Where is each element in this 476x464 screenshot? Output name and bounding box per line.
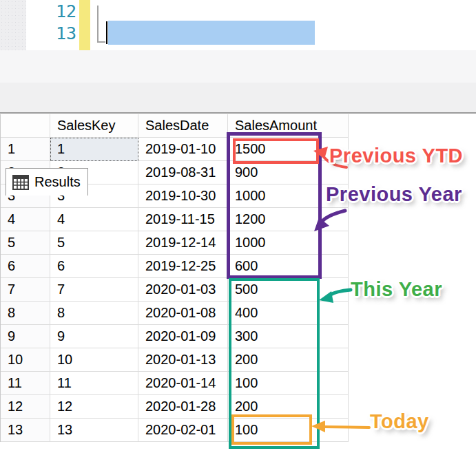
cell-salesdate[interactable]: 2019-10-30 bbox=[138, 184, 228, 208]
row-header[interactable]: 5 bbox=[1, 231, 50, 255]
cell-salesdate[interactable]: 2019-11-15 bbox=[138, 208, 228, 231]
cell-salesdate[interactable]: 2020-01-28 bbox=[138, 395, 228, 419]
breakpoint-gutter[interactable] bbox=[0, 0, 26, 50]
cell-salesamount[interactable]: 200 bbox=[228, 395, 349, 419]
cell-salesamount[interactable]: 1200 bbox=[228, 208, 349, 231]
row-header[interactable]: 7 bbox=[1, 278, 50, 302]
cell-salesamount[interactable]: 1500 bbox=[228, 138, 349, 161]
row-header[interactable]: 10 bbox=[1, 348, 50, 372]
cell-salesdate[interactable]: 2019-12-25 bbox=[138, 255, 228, 278]
cell-saleskey[interactable]: 9 bbox=[50, 325, 138, 348]
cell-saleskey[interactable]: 5 bbox=[50, 231, 138, 255]
cell-salesdate[interactable]: 2020-01-14 bbox=[138, 372, 228, 395]
line-number-13: 13 bbox=[38, 23, 76, 45]
cell-salesamount[interactable]: 1000 bbox=[228, 231, 349, 255]
cell-saleskey[interactable]: 13 bbox=[50, 419, 138, 442]
row-header[interactable]: 12 bbox=[1, 395, 50, 419]
cell-salesdate[interactable]: 2019-01-10 bbox=[138, 138, 228, 161]
cell-salesdate[interactable]: 2019-12-14 bbox=[138, 231, 228, 255]
cell-saleskey-selected[interactable]: 1 bbox=[50, 138, 138, 161]
cell-salesamount[interactable]: 600 bbox=[228, 255, 349, 278]
cell-salesamount[interactable]: 900 bbox=[228, 161, 349, 184]
row-header[interactable]: 8 bbox=[1, 302, 50, 325]
cell-salesdate[interactable]: 2020-01-13 bbox=[138, 348, 228, 372]
row-header[interactable]: 4 bbox=[1, 208, 50, 231]
tab-results[interactable]: Results bbox=[6, 168, 88, 196]
cell-saleskey[interactable]: 4 bbox=[50, 208, 138, 231]
line-number-12: 12 bbox=[38, 1, 76, 23]
row-header[interactable]: 1 bbox=[1, 138, 50, 161]
cell-salesdate[interactable]: 2020-01-09 bbox=[138, 325, 228, 348]
cell-saleskey[interactable]: 8 bbox=[50, 302, 138, 325]
cell-salesamount[interactable]: 100 bbox=[228, 419, 349, 442]
results-tabstrip: Results Messages bbox=[0, 83, 476, 113]
row-header[interactable]: 6 bbox=[1, 255, 50, 278]
editor-bottom-strip: 109 % bbox=[0, 50, 476, 83]
results-grid: SalesKey SalesDate SalesAmount 1 1 2019-… bbox=[0, 114, 349, 442]
column-header-salesdate[interactable]: SalesDate bbox=[138, 114, 228, 138]
results-grid-icon bbox=[12, 175, 29, 190]
line-numbers: 12 13 bbox=[38, 1, 76, 45]
sql-editor[interactable]: 12 13 SELECT * FROM Sales bbox=[0, 0, 476, 50]
tab-results-label: Results bbox=[34, 174, 81, 190]
cell-salesdate[interactable]: 2020-01-03 bbox=[138, 278, 228, 302]
cell-salesamount[interactable]: 500 bbox=[228, 278, 349, 302]
cell-salesdate[interactable]: 2020-01-08 bbox=[138, 302, 228, 325]
cell-saleskey[interactable]: 10 bbox=[50, 348, 138, 372]
modified-lines-bar bbox=[79, 0, 90, 50]
text-cursor bbox=[106, 21, 107, 44]
row-header[interactable]: 13 bbox=[1, 419, 50, 442]
corner-header-cell[interactable] bbox=[1, 114, 50, 138]
cell-salesdate[interactable]: 2020-02-01 bbox=[138, 419, 228, 442]
cell-salesamount[interactable]: 300 bbox=[228, 325, 349, 348]
cell-salesamount[interactable]: 100 bbox=[228, 372, 349, 395]
ssms-window: 12 13 SELECT * FROM Sales 109 % Results bbox=[0, 0, 476, 464]
row-header[interactable]: 9 bbox=[1, 325, 50, 348]
cell-salesamount[interactable]: 1000 bbox=[228, 184, 349, 208]
row-header[interactable]: 11 bbox=[1, 372, 50, 395]
cell-salesamount[interactable]: 400 bbox=[228, 302, 349, 325]
cell-saleskey[interactable]: 11 bbox=[50, 372, 138, 395]
cell-saleskey[interactable]: 6 bbox=[50, 255, 138, 278]
column-header-saleskey[interactable]: SalesKey bbox=[50, 114, 138, 138]
cell-saleskey[interactable]: 12 bbox=[50, 395, 138, 419]
cell-salesdate[interactable]: 2019-08-31 bbox=[138, 161, 228, 184]
cell-salesamount[interactable]: 200 bbox=[228, 348, 349, 372]
scope-bracket bbox=[97, 6, 105, 43]
results-grid-pane: SalesKey SalesDate SalesAmount 1 1 2019-… bbox=[0, 114, 476, 464]
cell-saleskey[interactable]: 7 bbox=[50, 278, 138, 302]
column-header-salesamount[interactable]: SalesAmount bbox=[228, 114, 349, 138]
